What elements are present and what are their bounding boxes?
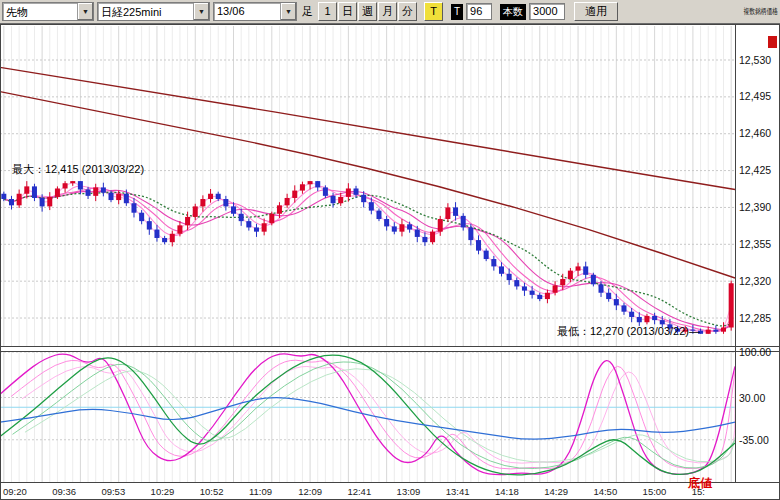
svg-text:-35.00: -35.00 bbox=[739, 434, 769, 446]
svg-text:14:18: 14:18 bbox=[495, 486, 519, 497]
svg-text:12,355: 12,355 bbox=[739, 238, 771, 250]
chart-area[interactable]: 12,53012,49512,46012,42512,39012,35512,3… bbox=[0, 24, 780, 500]
svg-text:09:20: 09:20 bbox=[3, 486, 27, 497]
svg-text:12,285: 12,285 bbox=[739, 312, 771, 324]
svg-text:09:36: 09:36 bbox=[52, 486, 76, 497]
contract-month-select[interactable]: 13/06 ▼ bbox=[213, 2, 297, 21]
instrument-name-value: 日経225mini bbox=[98, 3, 193, 20]
chevron-down-icon[interactable]: ▼ bbox=[280, 3, 296, 20]
tick-count-field[interactable]: 96 bbox=[466, 3, 492, 20]
ashi-label: 足 bbox=[300, 4, 315, 19]
chevron-down-icon[interactable]: ▼ bbox=[77, 3, 93, 20]
instrument-type-select[interactable]: 先物 ▼ bbox=[2, 2, 94, 21]
bars-chip-label: 本数 bbox=[500, 4, 526, 20]
svg-text:10:29: 10:29 bbox=[151, 486, 175, 497]
svg-text:12:41: 12:41 bbox=[347, 486, 371, 497]
instrument-name-select[interactable]: 日経225mini ▼ bbox=[97, 2, 210, 21]
svg-text:14:29: 14:29 bbox=[544, 486, 568, 497]
tick-chip-label: T bbox=[451, 4, 463, 20]
instrument-type-value: 先物 bbox=[3, 3, 77, 20]
svg-text:12,460: 12,460 bbox=[739, 127, 771, 139]
svg-text:100.00: 100.00 bbox=[739, 346, 771, 358]
toolbar: 先物 ▼ 日経225mini ▼ 13/06 ▼ 足 1日週月分 T T 96 … bbox=[0, 0, 780, 24]
red-marker-icon bbox=[768, 36, 777, 48]
corner-label: 複数銘柄価格 bbox=[743, 6, 778, 17]
svg-text:10:52: 10:52 bbox=[200, 486, 224, 497]
svg-text:11:09: 11:09 bbox=[249, 486, 272, 497]
svg-text:30.00: 30.00 bbox=[739, 392, 765, 404]
period-button-2[interactable]: 週 bbox=[358, 2, 377, 21]
svg-text:12:09: 12:09 bbox=[298, 486, 322, 497]
svg-text:12,320: 12,320 bbox=[739, 275, 771, 287]
period-button-group: 1日週月分 bbox=[318, 2, 417, 21]
period-button-1[interactable]: 日 bbox=[338, 2, 357, 21]
bottom-price-flag: 底値 bbox=[687, 476, 713, 490]
chart-background bbox=[0, 24, 780, 500]
tick-toggle-button[interactable]: T bbox=[424, 2, 443, 21]
svg-text:12,425: 12,425 bbox=[739, 164, 771, 176]
chart-svg[interactable]: 12,53012,49512,46012,42512,39012,35512,3… bbox=[0, 24, 780, 500]
svg-text:13:09: 13:09 bbox=[397, 486, 421, 497]
bars-count-field[interactable]: 3000 bbox=[529, 3, 565, 20]
time-axis-labels: 09:2009:3609:5310:2910:5211:0912:0912:41… bbox=[3, 486, 705, 497]
contract-month-value: 13/06 bbox=[214, 3, 280, 20]
svg-text:12,495: 12,495 bbox=[739, 90, 771, 102]
chevron-down-icon[interactable]: ▼ bbox=[193, 3, 209, 20]
svg-text:13:41: 13:41 bbox=[446, 486, 470, 497]
svg-text:09:53: 09:53 bbox=[101, 486, 125, 497]
svg-text:12,390: 12,390 bbox=[739, 201, 771, 213]
apply-button[interactable]: 適用 bbox=[574, 2, 618, 21]
svg-text:15:00: 15:00 bbox=[643, 486, 667, 497]
period-button-0[interactable]: 1 bbox=[318, 2, 337, 21]
chart-app: 先物 ▼ 日経225mini ▼ 13/06 ▼ 足 1日週月分 T T 96 … bbox=[0, 0, 780, 500]
session-low-annotation: 最低：12,270 (2013/03/22)― bbox=[557, 325, 700, 337]
session-high-annotation: 最大：12,415 (2013/03/22) bbox=[12, 163, 144, 175]
svg-text:14:50: 14:50 bbox=[593, 486, 617, 497]
svg-text:12,530: 12,530 bbox=[739, 54, 771, 66]
period-button-4[interactable]: 分 bbox=[398, 2, 417, 21]
period-button-3[interactable]: 月 bbox=[378, 2, 397, 21]
